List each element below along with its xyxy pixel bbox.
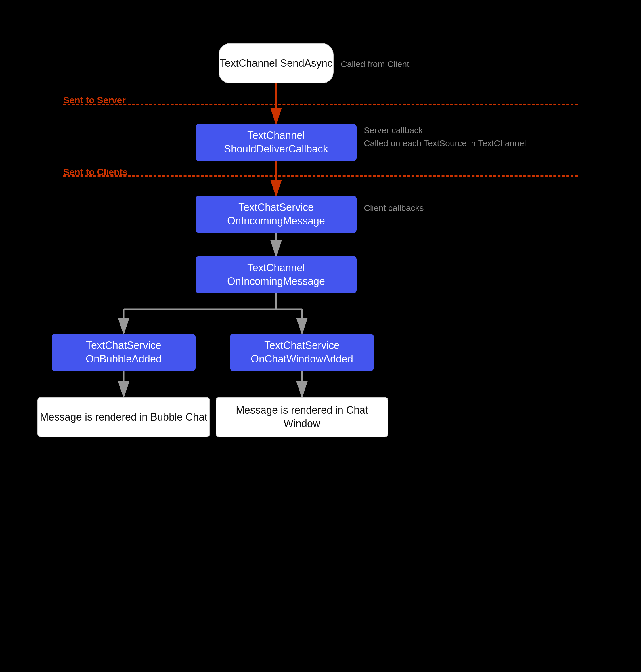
node-bubble-result: Message is rendered in Bubble Chat [37, 397, 210, 437]
annotation-client-callbacks: Client callbacks [364, 201, 424, 214]
node-chatwindow-result: Message is rendered in Chat Window [216, 397, 388, 437]
sent-to-server-line [63, 104, 578, 105]
node-shoulddeliver: TextChannelShouldDeliverCallback [195, 124, 357, 161]
diagram-container: Sent to Server Sent to Clients TextChann… [0, 0, 641, 672]
sent-to-clients-label: Sent to Clients [63, 167, 128, 177]
node-incoming-service: TextChatServiceOnIncomingMessage [195, 196, 357, 233]
node-bubble-added: TextChatServiceOnBubbleAdded [52, 334, 195, 371]
node-chatwindow-added: TextChatServiceOnChatWindowAdded [230, 334, 374, 371]
sent-to-server-label: Sent to Server [63, 95, 126, 106]
annotation-server-callback: Server callback Called on each TextSourc… [364, 124, 526, 150]
node-textchannel-send: TextChannel SendAsync [219, 43, 333, 83]
node-textchannel-incoming: TextChannelOnIncomingMessage [195, 256, 357, 293]
sent-to-clients-line [63, 175, 578, 177]
annotation-called-from-client: Called from Client [341, 57, 409, 70]
